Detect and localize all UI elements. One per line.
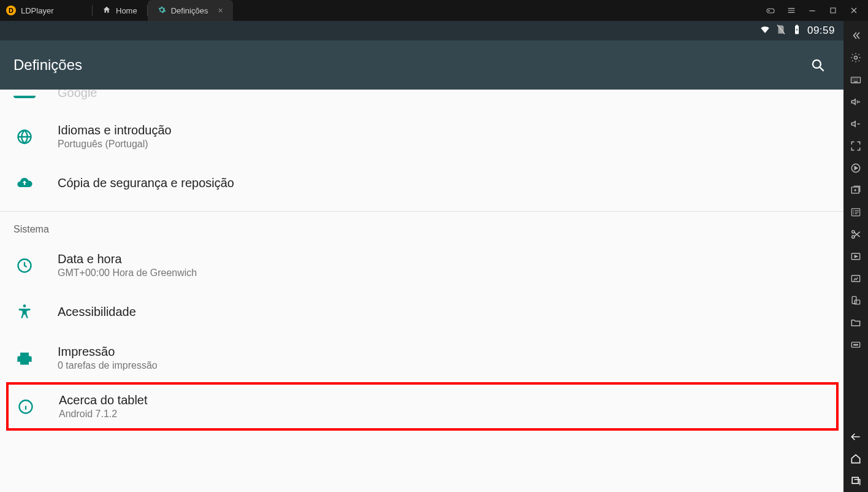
svg-rect-0 xyxy=(767,9,774,13)
svg-rect-3 xyxy=(796,25,798,26)
settings-gear-icon[interactable] xyxy=(843,47,868,69)
menu-icon[interactable] xyxy=(783,2,799,18)
svg-point-23 xyxy=(857,344,858,345)
apk-install-icon[interactable] xyxy=(843,201,868,223)
settings-row-about-tablet[interactable]: Acerca do tablet Android 7.1.2 xyxy=(9,385,830,428)
close-tab-icon[interactable]: × xyxy=(218,6,223,15)
android-recents-button[interactable] xyxy=(843,470,868,492)
titlebar: D LDPlayer Home Definições × xyxy=(0,0,868,21)
minimize-button[interactable] xyxy=(804,2,820,18)
printer-icon xyxy=(13,347,36,369)
tab-home-label: Home xyxy=(116,6,137,15)
settings-row-backup[interactable]: Cópia de segurança e reposição xyxy=(0,161,843,205)
tab-strip: Home Definições × xyxy=(92,0,233,21)
svg-point-22 xyxy=(855,344,856,345)
scissors-icon[interactable] xyxy=(843,223,868,245)
android-home-button[interactable] xyxy=(843,448,868,470)
row-subtitle: Português (Portugal) xyxy=(58,139,172,150)
settings-row-google-partial[interactable]: Google xyxy=(0,90,843,112)
android-screen: 09:59 Definições Google Idiomas e introd… xyxy=(0,21,843,492)
rotate-icon[interactable] xyxy=(843,290,868,312)
gear-icon xyxy=(158,6,166,16)
app-name: LDPlayer xyxy=(21,6,53,15)
search-icon xyxy=(810,57,826,73)
svg-point-9 xyxy=(855,56,858,60)
divider xyxy=(0,211,843,212)
row-title: Cópia de segurança e reposição xyxy=(58,176,234,190)
battery-charging-icon xyxy=(791,24,802,37)
screenshot-icon[interactable] xyxy=(843,267,868,290)
ldplayer-logo-icon: D xyxy=(6,6,16,15)
window-controls xyxy=(756,0,868,21)
fullscreen-icon[interactable] xyxy=(843,135,868,157)
svg-point-21 xyxy=(854,344,855,345)
sync-icon[interactable] xyxy=(843,157,868,179)
svg-rect-1 xyxy=(831,8,836,13)
more-icon[interactable] xyxy=(843,334,868,356)
home-icon xyxy=(102,6,111,16)
gamepad-icon[interactable] xyxy=(763,2,779,18)
tab-home[interactable]: Home xyxy=(93,0,147,21)
close-window-button[interactable] xyxy=(846,2,862,18)
cloud-upload-icon xyxy=(13,172,36,194)
row-title: Idiomas e introdução xyxy=(58,123,172,137)
android-back-button[interactable] xyxy=(843,426,868,448)
highlight-box: Acerca do tablet Android 7.1.2 xyxy=(6,382,839,431)
emulator-side-toolbar xyxy=(843,21,868,492)
svg-rect-24 xyxy=(852,477,858,483)
settings-list[interactable]: Google Idiomas e introdução Português (P… xyxy=(0,90,843,492)
settings-row-datetime[interactable]: Data e hora GMT+00:00 Hora de Greenwich xyxy=(0,241,843,290)
accessibility-icon xyxy=(13,301,36,323)
wifi-icon xyxy=(760,24,771,37)
row-subtitle: 0 tarefas de impressão xyxy=(58,360,158,371)
volume-up-icon[interactable] xyxy=(843,91,868,113)
collapse-toolbar-icon[interactable] xyxy=(843,25,868,47)
video-record-icon[interactable] xyxy=(843,245,868,267)
tab-settings[interactable]: Definições × xyxy=(148,0,233,21)
maximize-button[interactable] xyxy=(825,2,841,18)
row-title: Impressão xyxy=(58,345,158,359)
keyboard-icon[interactable] xyxy=(843,69,868,91)
settings-row-languages[interactable]: Idiomas e introdução Português (Portugal… xyxy=(0,112,843,161)
row-subtitle: Android 7.1.2 xyxy=(59,409,148,420)
row-subtitle: GMT+00:00 Hora de Greenwich xyxy=(58,267,197,279)
clock-icon xyxy=(13,255,36,277)
row-title: Data e hora xyxy=(58,252,197,266)
no-sim-icon xyxy=(775,24,786,37)
settings-row-printing[interactable]: Impressão 0 tarefas de impressão xyxy=(0,334,843,382)
multi-instance-icon[interactable] xyxy=(843,179,868,201)
status-clock: 09:59 xyxy=(807,25,835,37)
settings-row-accessibility[interactable]: Acessibilidade xyxy=(0,290,843,334)
shared-folder-icon[interactable] xyxy=(843,312,868,334)
volume-down-icon[interactable] xyxy=(843,113,868,135)
app-brand: D LDPlayer xyxy=(0,0,92,21)
tab-settings-label: Definições xyxy=(171,6,208,15)
search-button[interactable] xyxy=(805,53,830,77)
svg-point-4 xyxy=(813,60,821,68)
info-icon xyxy=(15,396,37,418)
page-title: Definições xyxy=(13,56,82,74)
android-status-bar: 09:59 xyxy=(0,21,843,40)
globe-icon xyxy=(13,126,36,148)
row-title: Acerca do tablet xyxy=(59,393,148,407)
settings-appbar: Definições xyxy=(0,40,843,90)
row-title: Acessibilidade xyxy=(58,305,136,319)
section-header-system: Sistema xyxy=(0,218,843,241)
svg-point-7 xyxy=(23,304,26,307)
